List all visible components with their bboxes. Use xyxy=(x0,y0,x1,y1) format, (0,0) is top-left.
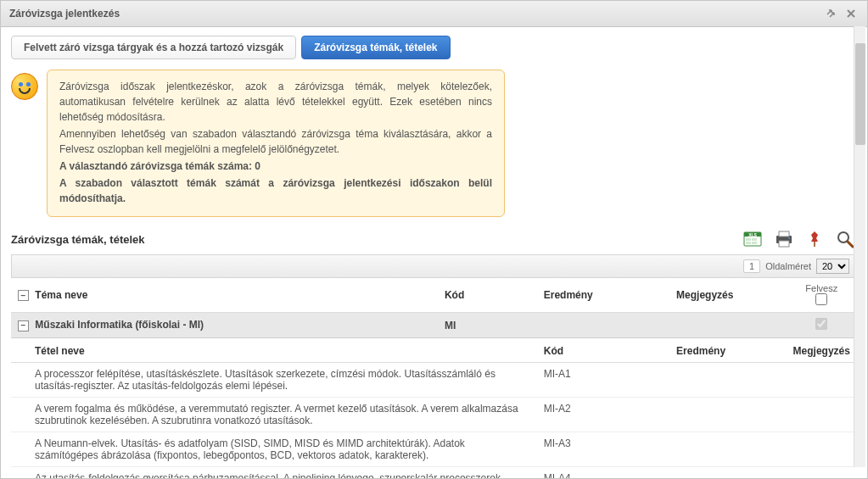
print-icon[interactable] xyxy=(772,229,796,249)
svg-rect-8 xyxy=(779,231,789,237)
close-icon[interactable] xyxy=(843,6,859,21)
info-count: A választandó záróvizsga témák száma: 0 xyxy=(59,159,492,174)
item-code: MI-A4 xyxy=(537,467,669,479)
app-window: Záróvizsga jelentkezés Felvett záró vizs… xyxy=(0,0,868,479)
info-text: A szabadon választott témák számát a zár… xyxy=(59,175,492,206)
info-bubble: Záróvizsga időszak jelentkezéskor, azok … xyxy=(47,70,505,217)
table-row: Az utasítás-feldolgozás gyorsítása párhu… xyxy=(11,467,857,479)
collapse-all-icon[interactable]: − xyxy=(18,290,29,301)
svg-text:XLS: XLS xyxy=(748,232,757,237)
item-name: Az utasítás-feldolgozás gyorsítása párhu… xyxy=(11,467,537,479)
tab-topics[interactable]: Záróvizsga témák, tételek xyxy=(301,36,450,59)
export-xls-icon[interactable]: XLS xyxy=(742,229,765,249)
section-title: Záróvizsga témák, tételek xyxy=(11,233,145,246)
svg-rect-3 xyxy=(746,238,751,241)
info-block: Záróvizsga időszak jelentkezéskor, azok … xyxy=(11,70,857,217)
item-name: A verem fogalma és működése, a veremmuta… xyxy=(11,398,537,432)
content-area: Felvett záró vizsga tárgyak és a hozzá t… xyxy=(1,27,867,478)
scrollbar[interactable] xyxy=(854,26,865,467)
titlebar: Záróvizsga jelentkezés xyxy=(1,1,867,27)
item-code: MI-A1 xyxy=(537,363,669,398)
col-kod[interactable]: Kód xyxy=(438,278,537,313)
info-text: Záróvizsga időszak jelentkezéskor, azok … xyxy=(59,79,492,125)
pager-bar: 1 Oldalméret 20 xyxy=(11,254,857,278)
page-number[interactable]: 1 xyxy=(743,259,760,273)
table-row: A verem fogalma és működése, a veremmuta… xyxy=(11,398,857,432)
item-code: MI-A3 xyxy=(537,432,669,467)
topics-table: − Téma neve Kód Eredmény Megjegyzés Felv… xyxy=(11,278,857,478)
pin-icon[interactable] xyxy=(803,229,826,249)
svg-rect-4 xyxy=(752,238,757,241)
svg-rect-9 xyxy=(779,241,789,247)
scrollbar-thumb[interactable] xyxy=(855,43,865,145)
group-code: MI xyxy=(438,313,537,338)
col-felvesz: Felvesz xyxy=(793,283,850,293)
svg-rect-6 xyxy=(752,242,757,244)
item-name: A processzor felépítése, utasításkészlet… xyxy=(11,363,537,398)
col-tema-neve[interactable]: Téma neve xyxy=(35,289,87,301)
tab-subjects[interactable]: Felvett záró vizsga tárgyak és a hozzá t… xyxy=(11,36,296,59)
svg-point-10 xyxy=(788,237,790,239)
section-header: Záróvizsga témák, tételek XLS xyxy=(11,229,857,249)
table-row: A processzor felépítése, utasításkészlet… xyxy=(11,363,857,398)
page-size-select[interactable]: 20 xyxy=(816,259,849,274)
window-controls xyxy=(823,6,859,21)
item-name: A Neumann-elvek. Utasítás- és adatfolyam… xyxy=(11,432,537,467)
col-eredmeny[interactable]: Eredmény xyxy=(537,278,669,313)
collapse-group-icon[interactable]: − xyxy=(18,320,29,331)
tab-bar: Felvett záró vizsga tárgyak és a hozzá t… xyxy=(11,36,857,59)
svg-line-13 xyxy=(848,242,853,247)
subheader-row: Tétel neve Kód Eredmény Megjegyzés xyxy=(11,338,857,363)
window-title: Záróvizsga jelentkezés xyxy=(9,8,120,19)
group-checkbox xyxy=(815,318,827,330)
smiley-icon xyxy=(11,73,38,100)
table-row: A Neumann-elvek. Utasítás- és adatfolyam… xyxy=(11,432,857,467)
maximize-icon[interactable] xyxy=(823,6,838,21)
subcol-kod: Kód xyxy=(537,338,669,363)
subcol-eredmeny: Eredmény xyxy=(669,338,787,363)
svg-rect-5 xyxy=(746,242,751,244)
toolbar: XLS xyxy=(742,229,857,249)
item-code: MI-A2 xyxy=(537,398,669,432)
page-size-label: Oldalméret xyxy=(765,261,811,271)
group-name: Műszaki Informatika (főiskolai - MI) xyxy=(35,319,204,331)
col-megjegyzes[interactable]: Megjegyzés xyxy=(669,278,787,313)
group-row: − Műszaki Informatika (főiskolai - MI) M… xyxy=(11,313,857,338)
subcol-megjegyzes: Megjegyzés xyxy=(787,338,857,363)
info-text: Amennyiben lehetőség van szabadon válasz… xyxy=(59,126,492,157)
select-all-checkbox[interactable] xyxy=(815,293,827,305)
subcol-tetel-neve: Tétel neve xyxy=(11,338,537,363)
